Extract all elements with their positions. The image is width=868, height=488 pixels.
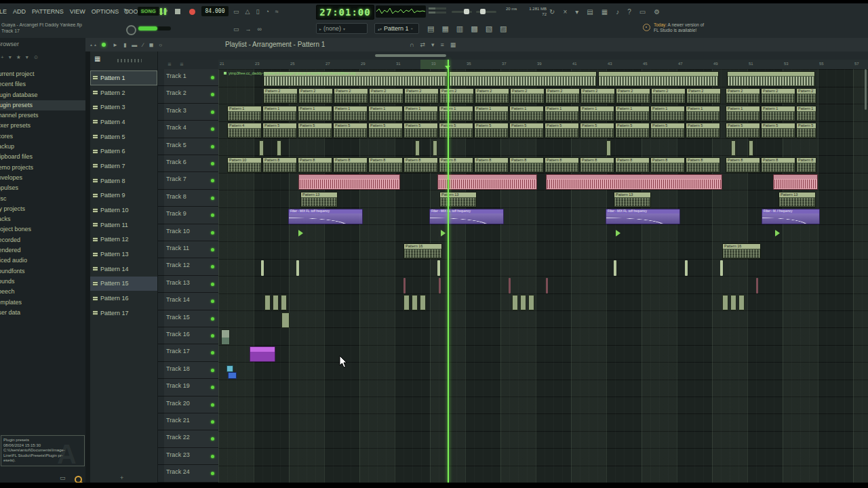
clip-mini[interactable] bbox=[415, 140, 420, 156]
track-mute-led[interactable] bbox=[211, 420, 214, 424]
browser-item-clipboard-files[interactable]: Clipboard files bbox=[0, 152, 85, 162]
clip-pattern[interactable]: Pattern 5 bbox=[439, 123, 473, 138]
step-edit-icon[interactable]: → bbox=[245, 26, 252, 33]
swap-arrangement-icon[interactable]: ⇄ bbox=[420, 41, 425, 48]
clip-pattern[interactable]: Pattern 1 bbox=[439, 106, 473, 121]
browser-item-envelopes[interactable]: Envelopes bbox=[0, 173, 85, 183]
clip-marker[interactable] bbox=[298, 230, 303, 237]
pattern-item-pattern-3[interactable]: Pattern 3 bbox=[90, 100, 157, 115]
clip-mini[interactable] bbox=[731, 140, 736, 156]
collapse-icon[interactable]: + bbox=[1, 54, 4, 60]
clip-mini[interactable] bbox=[412, 295, 418, 310]
pattern-item-pattern-7[interactable]: Pattern 7 bbox=[90, 159, 157, 174]
clip-pattern[interactable]: Pattern 1 bbox=[298, 106, 332, 121]
stop-button[interactable] bbox=[175, 9, 180, 14]
browser-item-user-data[interactable]: User data bbox=[0, 308, 85, 318]
sort-icon[interactable]: ▾ bbox=[9, 54, 12, 60]
clip-pattern[interactable]: Pattern 2 bbox=[726, 88, 760, 104]
clip-pattern[interactable]: Pattern 2 bbox=[439, 88, 474, 104]
clip-pattern[interactable]: Pattern 10 bbox=[227, 157, 262, 173]
clip-pattern[interactable]: Pattern 5 bbox=[403, 123, 438, 138]
main-volume-slider[interactable] bbox=[452, 8, 472, 15]
metronome-icon[interactable]: △ bbox=[245, 8, 250, 15]
track-mute-led[interactable] bbox=[211, 300, 214, 303]
clip-auto[interactable]: Filter - MIX FL .toff frequency bbox=[288, 209, 363, 224]
clip-thin[interactable] bbox=[437, 260, 440, 276]
grid-icon[interactable]: ▦ bbox=[450, 41, 456, 48]
vertical-scroll-thumb[interactable] bbox=[865, 69, 867, 110]
pattern-item-pattern-8[interactable]: Pattern 8 bbox=[90, 174, 157, 188]
clip-pattern[interactable]: Pattern 8 bbox=[580, 157, 614, 173]
track-header-10[interactable]: Track 10 bbox=[158, 224, 218, 241]
playlist-grid[interactable]: ytmp3free.cc_daddy-yankee-ft-arcangel-gu… bbox=[218, 69, 868, 483]
clip-pattern[interactable]: Pattern 2 bbox=[686, 88, 721, 104]
track-mute-led[interactable] bbox=[211, 369, 214, 372]
bottom-keyboard-icon-wrap[interactable]: ▭ bbox=[60, 474, 66, 481]
track-mute-led[interactable] bbox=[211, 283, 214, 286]
track-header-13[interactable]: Track 13 bbox=[158, 276, 218, 293]
browser-button[interactable]: ▧ bbox=[486, 24, 492, 33]
track-mute-led[interactable] bbox=[211, 265, 214, 268]
clip-mini[interactable] bbox=[281, 312, 290, 328]
clip-mini[interactable] bbox=[277, 140, 281, 156]
menu-item-add[interactable]: ADD bbox=[13, 8, 26, 15]
loop-record-icon[interactable]: ↻ bbox=[123, 3, 130, 20]
track-header-11[interactable]: Track 11 bbox=[158, 241, 218, 258]
multilink-icon[interactable]: ∞ bbox=[258, 26, 262, 33]
clip-pattern[interactable]: Pattern 2 bbox=[580, 88, 615, 104]
main-pitch-slider[interactable] bbox=[476, 8, 496, 15]
clip-pattern[interactable]: Pattern 8 bbox=[761, 157, 795, 173]
clip-mini[interactable] bbox=[420, 295, 426, 310]
track-mute-led[interactable] bbox=[211, 127, 214, 131]
clip-pattern[interactable]: Pattern 16 bbox=[403, 243, 442, 259]
track-header-5[interactable]: Track 5 bbox=[158, 138, 218, 155]
track-mute-led[interactable] bbox=[211, 455, 214, 458]
mute-tool-icon[interactable]: ◼ bbox=[149, 42, 154, 48]
track-header-18[interactable]: Track 18 bbox=[158, 362, 218, 379]
grid-view-icon[interactable]: ▦ bbox=[94, 55, 100, 62]
clip-pattern[interactable]: Pattern 2 bbox=[545, 88, 580, 104]
play-pause-button[interactable] bbox=[160, 8, 168, 15]
drag-dots-icon[interactable] bbox=[117, 59, 142, 62]
track-mute-led[interactable] bbox=[211, 386, 214, 389]
browser-item-recent-files[interactable]: Recent files bbox=[0, 79, 85, 89]
window-grab-icon[interactable]: ▲▲ bbox=[90, 38, 98, 52]
clip-mini[interactable] bbox=[730, 295, 736, 310]
search-magnifier-icon[interactable] bbox=[75, 476, 82, 483]
clip-pattern[interactable]: Pattern 2 bbox=[263, 88, 298, 104]
track-header-22[interactable]: Track 22 bbox=[158, 430, 218, 447]
typing-keyboard-icon[interactable]: ▭ bbox=[233, 8, 239, 15]
track-mute-led[interactable] bbox=[211, 231, 214, 235]
clip-thin[interactable] bbox=[685, 260, 688, 276]
horizontal-scrollbar[interactable] bbox=[158, 52, 868, 60]
favorites-star-icon[interactable]: ★ bbox=[16, 54, 21, 60]
track-header-23[interactable]: Track 23 bbox=[158, 448, 218, 465]
track-mute-led[interactable] bbox=[211, 403, 214, 407]
dropdown-icon[interactable]: ▾ bbox=[575, 8, 578, 16]
clip-pattern[interactable]: Pattern 8 bbox=[545, 157, 579, 173]
clip-pattern[interactable]: Pattern 5 bbox=[761, 123, 795, 138]
clip-pattern[interactable]: Pattern 5 bbox=[580, 123, 614, 138]
browser-item-sounds[interactable]: Sounds bbox=[0, 277, 85, 287]
clip-pattern[interactable]: Pattern 8 bbox=[796, 157, 816, 173]
hint-knob[interactable] bbox=[126, 25, 136, 35]
piano-roll-icon[interactable]: ♪ bbox=[616, 8, 619, 16]
track-mute-led[interactable] bbox=[211, 248, 214, 251]
clip-pattern[interactable]: Pattern 1 bbox=[227, 106, 262, 121]
plugin-picker-button[interactable]: ▨ bbox=[500, 24, 507, 33]
track-mute-led[interactable] bbox=[211, 317, 214, 321]
clip-pattern[interactable]: Pattern 2 bbox=[298, 88, 333, 104]
mixer-icon[interactable]: ▤ bbox=[587, 8, 593, 16]
browser-item-misc[interactable]: Misc bbox=[0, 194, 85, 204]
menu-item-view[interactable]: VIEW bbox=[70, 8, 85, 15]
pattern-item-pattern-14[interactable]: Pattern 14 bbox=[90, 262, 157, 277]
browser-item-current-project[interactable]: Current project bbox=[0, 69, 85, 79]
clip-pattern[interactable]: Pattern 5 bbox=[686, 123, 720, 138]
clip-mini[interactable] bbox=[403, 295, 410, 310]
browser-item-rendered[interactable]: Rendered bbox=[0, 245, 85, 256]
clip-pattern[interactable]: Pattern 1 bbox=[509, 106, 544, 121]
clip-mini[interactable] bbox=[273, 295, 279, 310]
clip-pattern[interactable]: Pattern 1 bbox=[262, 106, 297, 121]
clip-pattern[interactable]: Pattern 8 bbox=[650, 157, 685, 173]
browser-item-speech[interactable]: Speech bbox=[0, 287, 85, 297]
